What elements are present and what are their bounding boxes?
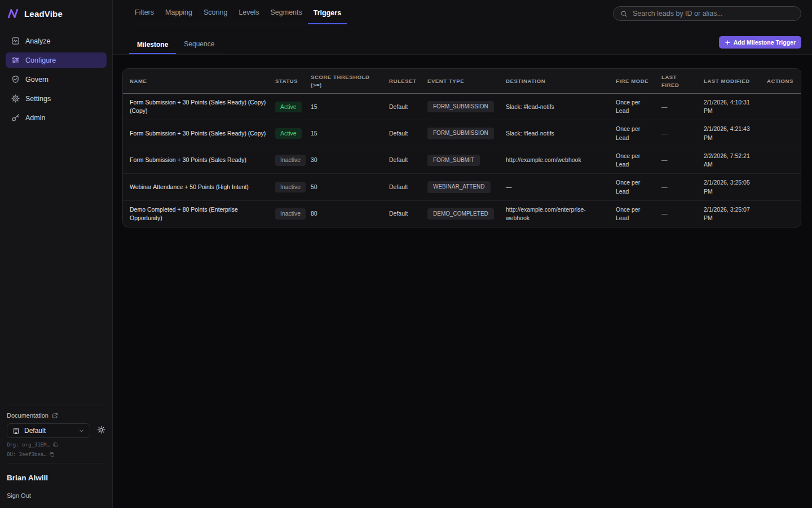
theme-toggle-button[interactable] [97,426,105,436]
primary-tab[interactable]: Triggers [308,0,347,24]
event-type-chip: FORM_SUBMISSION [427,101,494,113]
status-badge: Inactive [275,182,306,192]
event-type-chip: DEMO_COMPLETED [427,208,494,220]
divider [7,463,105,463]
cell-last-fired: — [655,125,697,142]
primary-tab[interactable]: Filters [129,0,160,24]
cell-fire-mode: Once per Lead [609,120,655,146]
column-header: LAST FIRED [655,69,697,93]
status-badge: Active [275,102,302,112]
cell-actions [760,102,801,111]
copy-org-icon[interactable] [52,442,58,448]
sidebar-nav-label: Settings [25,95,51,103]
table-row[interactable]: Webinar Attendance + 50 Points (High Int… [123,173,801,200]
sidebar-footer: Documentation Default Org: org_31EM… OU:… [0,399,112,508]
cell-fire-mode: Once per Lead [609,94,655,120]
sidebar-nav-item[interactable]: Analyze [6,33,107,49]
trigger-type-tabs: Milestone Sequence [129,33,222,54]
sidebar-nav-label: Govern [25,76,48,84]
user-name: Brian Alwill [7,469,105,482]
ou-id-line: OU: 2eef3bea… [7,452,105,457]
column-header: DESTINATION [499,73,609,89]
cell-last-fired: — [655,205,697,222]
content-area: NAME STATUS SCORE THRESHOLD (>=) RULESET… [113,55,812,227]
documentation-link[interactable]: Documentation [7,411,105,423]
cell-last-fired: — [655,98,697,116]
settings-icon [11,94,20,103]
sidebar-nav-item[interactable]: Govern [6,72,107,87]
cell-name: Form Submission + 30 Points (Sales Ready… [123,125,268,142]
copy-ou-icon[interactable] [49,452,55,457]
cell-fire-mode: Once per Lead [609,174,655,200]
sign-out-button[interactable]: Sign Out [7,482,31,500]
sidebar-nav-item[interactable]: Configure [6,52,107,68]
configure-icon [11,56,20,64]
add-milestone-trigger-button[interactable]: Add Milestone Trigger [719,36,801,49]
cell-destination: Slack: #lead-notifs [499,125,609,142]
primary-tab[interactable]: Scoring [198,0,233,24]
cell-actions [760,156,801,165]
workspace-selector-row: Default [7,423,105,438]
trigger-type-tab[interactable]: Sequence [176,33,222,54]
cell-destination: — [499,178,609,196]
cell-event-type: FORM_SUBMISSION [421,97,499,117]
ruleset-selector[interactable]: Default [7,423,90,438]
cell-destination: http://example.com/enterprise-webhook [499,201,609,227]
primary-tab[interactable]: Levels [233,0,264,24]
cell-destination: http://example.com/webhook [499,151,609,169]
column-header: NAME [123,73,268,89]
building-icon [12,427,20,435]
sun-icon [97,426,105,436]
cell-actions [760,183,801,192]
status-badge: Inactive [275,208,306,219]
event-type-chip: FORM_SUBMISSION [427,128,494,139]
search-input[interactable] [632,9,794,18]
cell-event-type: DEMO_COMPLETED [421,204,499,225]
add-milestone-trigger-label: Add Milestone Trigger [734,39,796,46]
column-header: FIRE MODE [609,73,655,89]
table-row[interactable]: Form Submission + 30 Points (Sales Ready… [123,94,801,120]
cell-ruleset: Default [382,98,421,116]
sidebar-nav-item[interactable]: Admin [6,110,107,125]
cell-event-type: WEBINAR_ATTEND [421,177,499,198]
leadvibe-logo-icon [7,7,19,20]
cell-last-modified: 2/1/2026, 3:25:05 PM [697,174,760,200]
ruleset-selector-value: Default [24,427,46,435]
cell-fire-mode: Once per Lead [609,201,655,227]
sidebar-nav-label: Analyze [25,37,50,45]
cell-event-type: FORM_SUBMISSION [421,123,499,144]
table-row[interactable]: Demo Completed + 80 Points (Enterprise O… [123,200,801,227]
sidebar-nav-label: Configure [25,56,56,64]
cell-ruleset: Default [382,178,421,196]
cell-score-threshold: 30 [304,151,382,169]
status-badge: Active [275,128,302,139]
trigger-type-tab[interactable]: Milestone [129,33,176,54]
sidebar-nav-item[interactable]: Settings [6,91,107,106]
org-id-line: Org: org_31EM… [7,442,105,448]
primary-tab[interactable]: Segments [265,0,308,24]
column-header: SCORE THRESHOLD (>=) [304,69,382,93]
cell-event-type: FORM_SUBMIT [421,150,499,171]
govern-icon [11,75,20,84]
table-header-row: NAME STATUS SCORE THRESHOLD (>=) RULESET… [123,69,801,94]
sidebar-nav: Analyze Configure Govern Settings [0,25,112,125]
primary-tabs: Filters Mapping Scoring Levels Segments … [129,0,347,24]
sidebar-nav-label: Admin [25,114,45,122]
table-row[interactable]: Form Submission + 30 Points (Sales Ready… [123,147,801,173]
table-body: Form Submission + 30 Points (Sales Ready… [123,94,801,227]
cell-fire-mode: Once per Lead [609,147,655,173]
cell-ruleset: Default [382,151,421,169]
table-row[interactable]: Form Submission + 30 Points (Sales Ready… [123,120,801,146]
documentation-label: Documentation [7,412,48,419]
topbar: Filters Mapping Scoring Levels Segments … [113,0,812,55]
cell-score-threshold: 50 [304,178,382,196]
cell-name: Form Submission + 30 Points (Sales Ready… [123,94,268,120]
analyze-icon [11,37,20,45]
event-type-chip: WEBINAR_ATTEND [427,181,491,193]
main-area: Filters Mapping Scoring Levels Segments … [113,0,812,508]
column-header: EVENT TYPE [421,73,499,89]
primary-tab[interactable]: Mapping [160,0,198,24]
brand-name: LeadVibe [24,9,63,19]
search-icon [620,10,628,17]
cell-last-fired: — [655,178,697,196]
